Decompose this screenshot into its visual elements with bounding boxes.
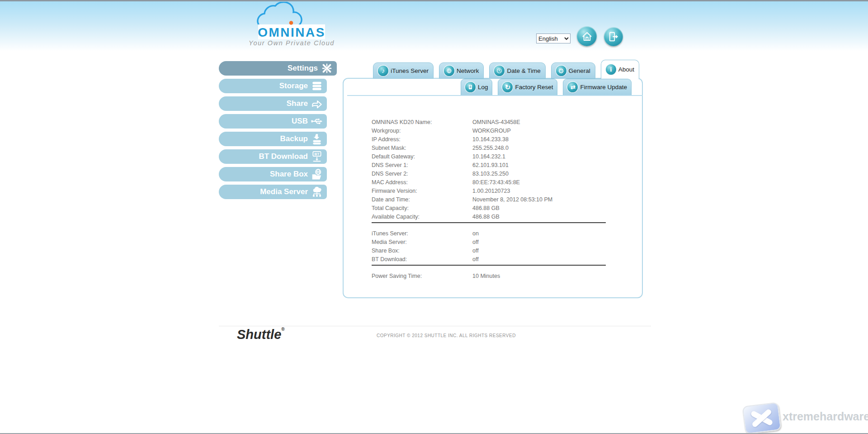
sidebar-nav: SettingsStorageShareUSBBackupBT Download…: [219, 61, 339, 202]
sidebar-item-share-box[interactable]: Share Box: [219, 167, 327, 181]
info-row: Date and Time:November 8, 2012 08:53:10 …: [372, 195, 628, 204]
info-value: 10.164.233.38: [472, 136, 509, 143]
info-label: IP Address:: [372, 136, 472, 143]
info-value: 80:EE:73:43:45:8E: [472, 179, 520, 186]
info-value: off: [472, 248, 479, 254]
subtab-firmware-update[interactable]: ⇄Firmware Update: [563, 79, 632, 95]
info-label: Firmware Version:: [372, 188, 472, 194]
info-row: OMNINAS KD20 Name:OMNINAS-43458E: [372, 118, 628, 126]
omninas-logo: OMNINAS Your Own Private Cloud: [246, 2, 337, 48]
language-select[interactable]: English: [536, 33, 571, 43]
info-label: Media Server:: [372, 239, 472, 245]
info-row: Firmware Version:1.00.20120723: [372, 186, 628, 195]
info-value: 486.88 GB: [472, 214, 500, 220]
tab-itunes-server[interactable]: ♪iTunes Server: [373, 62, 434, 79]
tab-label: Log: [478, 84, 488, 91]
brand-tagline: Your Own Private Cloud: [249, 39, 335, 47]
share-box-icon: [311, 168, 323, 180]
info-icon: i: [606, 64, 616, 75]
info-row: Media Server:off: [372, 238, 628, 246]
tab-date-time[interactable]: Date & Time: [489, 62, 545, 79]
info-value: off: [472, 256, 479, 262]
info-row: MAC Address:80:EE:73:43:45:8E: [372, 178, 628, 186]
info-label: Power Saving Time:: [372, 273, 472, 279]
info-row: BT Download:off: [372, 255, 628, 263]
xtremehardware-watermark: xtremehardware.com: [783, 410, 868, 423]
sidebar-item-settings[interactable]: Settings: [219, 61, 337, 76]
shuttle-logo: Shuttle®: [237, 327, 285, 342]
info-value: 10.164.232.1: [472, 153, 505, 160]
clock-icon: [494, 66, 505, 76]
sidebar-item-label: Backup: [280, 134, 308, 143]
info-label: Date and Time:: [372, 196, 472, 203]
backup-icon: [311, 133, 323, 145]
subtab-factory-reset[interactable]: ↻Factory Reset: [498, 79, 557, 95]
info-row: Available Capacity:486.88 GB: [372, 212, 628, 221]
footer-divider: [219, 326, 651, 326]
logout-button[interactable]: [604, 27, 623, 46]
tab-about[interactable]: iAbout: [601, 60, 639, 79]
log-icon: [465, 82, 476, 92]
brand-name: OMNINAS: [258, 25, 326, 39]
info-value: 255.255.248.0: [472, 145, 509, 151]
shuttle-wordmark: Shuttle: [237, 327, 281, 342]
subtab-baseline: [347, 95, 643, 96]
storage-icon: [311, 80, 323, 92]
sidebar-item-share[interactable]: Share: [219, 96, 327, 111]
tab-label: Firmware Update: [580, 84, 627, 91]
tab-network[interactable]: Network: [439, 62, 484, 79]
about-panel: OMNINAS KD20 Name:OMNINAS-43458EWorkgrou…: [343, 78, 643, 298]
registered-mark: ®: [281, 327, 284, 332]
header-gradient: [0, 1, 868, 51]
info-value: 1.00.20120723: [472, 188, 510, 194]
tab-general[interactable]: ⚙General: [551, 62, 595, 79]
sidebar-item-label: Media Server: [260, 187, 308, 196]
info-value: 62.101.93.101: [472, 162, 509, 168]
sidebar-item-label: Share: [287, 99, 308, 108]
device-network-info-section: OMNINAS KD20 Name:OMNINAS-43458EWorkgrou…: [372, 118, 628, 221]
info-label: Share Box:: [372, 248, 472, 254]
info-value: WORKGROUP: [472, 128, 511, 134]
sidebar-item-backup[interactable]: Backup: [219, 132, 327, 146]
settings-tab-bar: ♪iTunes ServerNetworkDate & Time⚙General…: [373, 60, 639, 79]
about-info: OMNINAS KD20 Name:OMNINAS-43458EWorkgrou…: [372, 118, 628, 280]
tab-label: iTunes Server: [391, 67, 429, 74]
separator-line: [372, 265, 606, 266]
home-icon: [581, 30, 593, 43]
tab-label: Date & Time: [507, 67, 540, 74]
info-row: Subnet Mask:255.255.248.0: [372, 143, 628, 152]
omninas-admin-page: OMNINAS Your Own Private Cloud English S…: [0, 0, 868, 434]
usb-icon: [311, 115, 323, 127]
update-icon: ⇄: [567, 82, 578, 92]
info-label: DNS Server 2:: [372, 171, 472, 177]
bt-download-icon: [311, 151, 323, 162]
tools-icon: [321, 62, 333, 74]
sidebar-item-storage[interactable]: Storage: [219, 79, 327, 93]
sidebar-item-usb[interactable]: USB: [219, 114, 327, 129]
reset-icon: ↻: [502, 82, 513, 92]
info-label: iTunes Server:: [372, 230, 472, 237]
home-button[interactable]: [577, 26, 597, 46]
info-value: off: [472, 239, 479, 245]
share-arrow-icon: [311, 98, 323, 110]
info-label: MAC Address:: [372, 179, 472, 186]
sidebar-item-bt-download[interactable]: BT Download: [219, 149, 327, 164]
services-status-section: iTunes Server:onMedia Server:offShare Bo…: [372, 229, 628, 263]
subtab-log[interactable]: Log: [461, 79, 493, 95]
gears-icon: ⚙: [556, 66, 566, 76]
info-value: November 8, 2012 08:53:10 PM: [472, 196, 552, 203]
sidebar-item-media-server[interactable]: Media Server: [219, 185, 327, 199]
tab-label: General: [569, 67, 590, 74]
sidebar-item-label: USB: [292, 117, 308, 126]
tab-label: Network: [457, 67, 479, 74]
info-label: Available Capacity:: [372, 214, 472, 220]
info-label: BT Download:: [372, 256, 472, 262]
info-row: Power Saving Time:10 Minutes: [372, 272, 628, 280]
copyright-text: COPYRIGHT © 2012 SHUTTLE INC. ALL RIGHTS…: [377, 333, 516, 338]
info-value: 10 Minutes: [472, 273, 500, 279]
info-value: OMNINAS-43458E: [472, 119, 520, 125]
info-value: 486.88 GB: [472, 205, 500, 211]
music-icon: ♪: [378, 66, 388, 76]
info-label: OMNINAS KD20 Name:: [372, 119, 472, 125]
info-label: DNS Server 1:: [372, 162, 472, 168]
